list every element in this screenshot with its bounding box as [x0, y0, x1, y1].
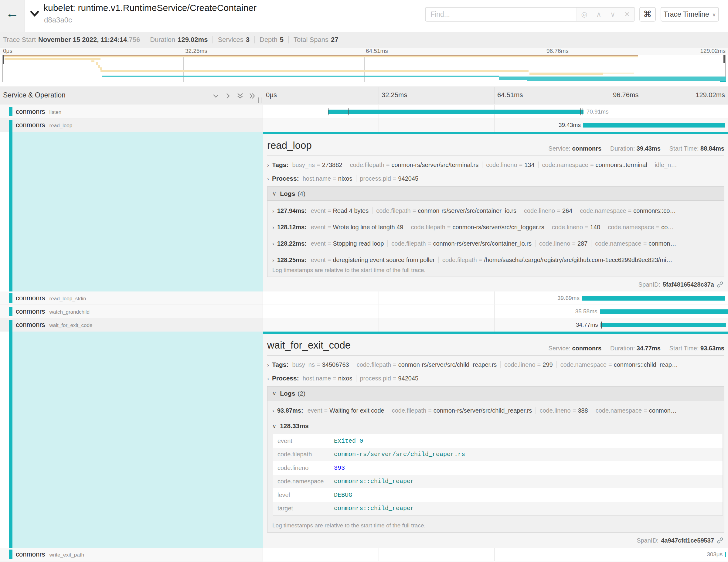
- minimap-ruler: 0μs 32.25ms 64.51ms 96.76ms 129.02ms: [0, 48, 728, 55]
- tags-line[interactable]: ›Tags:busy_ns=34506763code.filepath=conm…: [267, 360, 724, 370]
- span-bar[interactable]: [582, 296, 725, 301]
- log-timestamp: 127.94ms:: [277, 207, 307, 214]
- logs-label: Logs: [280, 190, 295, 197]
- minimap-span: [96, 62, 98, 65]
- ruler-tick-0: 0μs: [3, 48, 12, 54]
- span-row-read_loop[interactable]: conmonrsread_loop 39.43ms: [0, 118, 728, 132]
- log-line[interactable]: ›127.94ms:event=Read 4 bytescode.filepat…: [272, 203, 722, 219]
- log-field-key: code.namespace: [273, 478, 334, 485]
- span-bar[interactable]: [328, 110, 583, 114]
- logs-header[interactable]: ∨Logs(2): [267, 387, 724, 400]
- detail-span-bar: [263, 332, 728, 334]
- expand-all-icon[interactable]: [248, 92, 256, 100]
- span-bar[interactable]: [725, 552, 726, 557]
- collapse-all-icon[interactable]: [236, 92, 244, 100]
- minimap-span: [100, 70, 529, 72]
- tags-line[interactable]: ›Tags:busy_ns=273882code.filepath=conmon…: [267, 160, 724, 170]
- log-note: Log timestamps are relative to the start…: [272, 522, 426, 529]
- detail-meta: Service: conmonrsDuration: 39.43msStart …: [549, 145, 724, 152]
- tag-value: /home/sascha/.cargo/registry/src/github.…: [484, 257, 672, 263]
- timeline-tick-4: 129.02ms: [696, 91, 725, 99]
- trace-minimap[interactable]: [2, 55, 726, 82]
- tag-key: busy_ns: [292, 361, 315, 368]
- span-row-read_loop_stdin[interactable]: conmonrsread_loop_stdin 39.69ms: [0, 291, 728, 305]
- tag-key: code.namespace: [580, 207, 626, 214]
- process-line[interactable]: ›Process:host.name=nixosprocess.pid=9420…: [267, 374, 724, 383]
- tag-key: busy_ns: [292, 162, 315, 168]
- trace-view-selector[interactable]: Trace Timeline ∨: [661, 7, 719, 22]
- tag-key: event: [311, 207, 326, 214]
- tag-key: code.filepath: [411, 224, 445, 230]
- keyboard-shortcuts-button[interactable]: ⌘: [639, 7, 656, 22]
- timeline-tick-0: 0μs: [266, 91, 277, 99]
- logs-header[interactable]: ∨Logs(4): [267, 187, 724, 201]
- log-line[interactable]: ›128.25ms:event=deregistering event sour…: [272, 252, 722, 268]
- tag-key: code.filepath: [391, 240, 426, 247]
- operation-name: read_loop: [49, 123, 73, 129]
- log-note: Log timestamps are relative to the start…: [272, 267, 426, 274]
- collapse-trace-chevron-icon[interactable]: [29, 10, 40, 17]
- link-icon[interactable]: [716, 281, 724, 288]
- tag-key: host.name: [303, 175, 331, 182]
- locate-icon[interactable]: ◎: [581, 10, 587, 19]
- service-color-stripe: [9, 120, 12, 132]
- span-row-wait_for_exit_code[interactable]: conmonrswait_for_exit_code 34.77ms: [0, 318, 728, 332]
- log-field-value: conmonrs::child_reaper: [334, 505, 414, 512]
- log-field-row: eventExited 0: [273, 434, 723, 448]
- log-line[interactable]: ›93.87ms:event=Waiting for exit codecode…: [272, 402, 722, 419]
- log-field-value: conmon-rs/server/src/child_reaper.rs: [334, 451, 465, 458]
- minimap-span: [603, 73, 634, 74]
- link-icon[interactable]: [716, 537, 724, 544]
- service-name: conmonrs: [16, 294, 45, 302]
- span-duration-label: 303μs: [707, 548, 723, 561]
- clear-find-icon[interactable]: ✕: [624, 10, 630, 19]
- log-line[interactable]: ›128.22ms:event=Stopping read loopcode.f…: [272, 235, 722, 252]
- log-line[interactable]: ›128.12ms:event=Wrote log line of length…: [272, 219, 722, 235]
- span-bar[interactable]: [600, 309, 728, 314]
- depth-value: 5: [280, 36, 284, 44]
- tag-key: code.namespace: [608, 224, 654, 230]
- span-id: SpanID:4a947cfd1ce59537: [637, 537, 724, 544]
- span-row-write_exit_path[interactable]: conmonrswrite_exit_path 303μs: [0, 548, 728, 561]
- tag-key: process.pid: [360, 375, 391, 382]
- minimap-drag-handle[interactable]: [723, 55, 725, 63]
- tag-key: event: [311, 240, 326, 247]
- operation-name: listen: [49, 109, 62, 115]
- prev-match-icon[interactable]: ∧: [596, 10, 601, 19]
- expand-one-icon[interactable]: [224, 92, 232, 100]
- minimap-span: [91, 60, 94, 62]
- tag-value: 942045: [398, 375, 418, 382]
- services-value: 3: [246, 36, 250, 44]
- logs-count: (2): [298, 390, 305, 397]
- total-spans-label: Total Spans: [294, 36, 328, 44]
- tag-value: Wrote log line of length 49: [333, 224, 403, 230]
- span-bar[interactable]: [583, 123, 725, 128]
- next-match-icon[interactable]: ∨: [610, 10, 615, 19]
- log-field-value: DEBUG: [334, 492, 352, 499]
- log-field-value: conmonrs::child_reaper: [334, 478, 414, 485]
- find-input[interactable]: [426, 8, 577, 21]
- span-row-listen[interactable]: conmonrslisten 70.91ms: [0, 105, 728, 118]
- tag-key: code.lineno: [486, 162, 517, 168]
- detail-operation-name: read_loop: [267, 140, 312, 151]
- span-bar[interactable]: [600, 323, 726, 327]
- tag-value: conmonrs::terminal: [596, 162, 647, 168]
- tag-value: conmon-rs/server/src/child_reaper.rs: [398, 361, 497, 368]
- trace-summary-bar: Trace StartNovember 15 2022, 11:24:14.75…: [0, 32, 728, 48]
- tag-value: 287: [577, 240, 587, 247]
- process-line[interactable]: ›Process:host.name=nixosprocess.pid=9420…: [267, 174, 724, 183]
- services-label: Services: [218, 36, 243, 44]
- detail-meta: Service: conmonrsDuration: 34.77msStart …: [549, 345, 724, 352]
- column-resizer[interactable]: [258, 97, 261, 103]
- tag-value: conmonrs::co…: [633, 207, 676, 214]
- tag-value: 140: [590, 224, 600, 230]
- minimap-span: [529, 73, 603, 75]
- span-row-watch_grandchild[interactable]: conmonrswatch_grandchild 35.58ms: [0, 305, 728, 318]
- back-button[interactable]: ←: [0, 0, 25, 32]
- log-fields-table: eventExited 0code.filepathconmon-rs/serv…: [273, 434, 723, 516]
- timeline-tick-2: 64.51ms: [497, 91, 523, 99]
- tag-value: conmon-rs/server/src/terminal.rs: [392, 162, 479, 168]
- minimap-drag-handle[interactable]: [3, 55, 4, 64]
- expanded-log-header[interactable]: ∨128.33ms: [272, 419, 309, 433]
- collapse-one-icon[interactable]: [212, 92, 220, 100]
